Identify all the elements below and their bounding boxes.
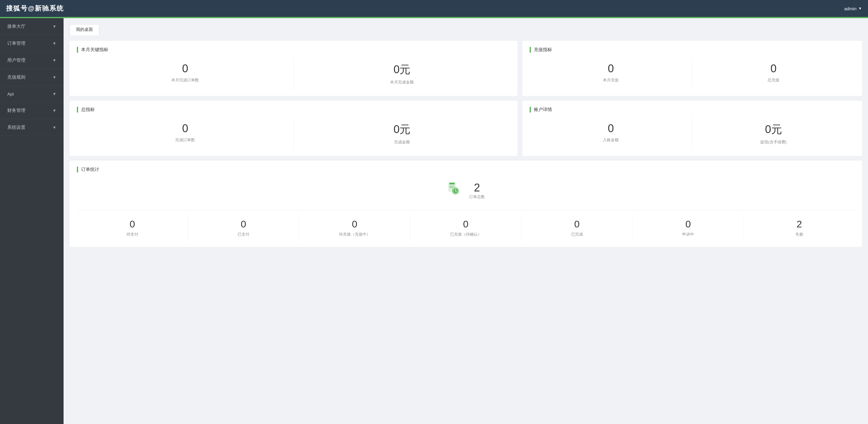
income-amount-label: 入账金额 <box>530 137 692 143</box>
sidebar-label-user-mgmt: 用户管理 <box>7 58 25 63</box>
order-stats-title: 订单统计 <box>77 167 855 172</box>
sidebar-item-finance-mgmt[interactable]: 财务管理 ▼ <box>0 102 64 119</box>
total-orders-value: 0 <box>77 122 293 135</box>
pending-pay-label: 待支付 <box>77 232 188 237</box>
accent-bar <box>0 17 868 18</box>
svg-rect-1 <box>450 183 455 185</box>
order-break-completed: 0 已完成 <box>522 215 632 241</box>
metric-income-amount: 0 入账金额 <box>530 117 692 150</box>
paid-value: 0 <box>188 219 299 230</box>
failed-value: 2 <box>744 219 855 230</box>
monthly-recharge-value: 0 <box>530 62 692 75</box>
metrics-row-2: 总指标 0 完成订单数 0元 完成金额 账户详情 0 <box>70 101 862 156</box>
order-total-label: 订单总数 <box>469 194 485 200</box>
chevron-down-icon-recharge-rules: ▼ <box>52 75 56 79</box>
chevron-down-icon-finance-mgmt: ▼ <box>52 108 56 113</box>
order-total-info: 2 订单总数 <box>469 182 485 200</box>
layout: 接单大厅 ▼ 订单管理 ▼ 用户管理 ▼ 充值规则 ▼ Api ▼ 财务管理 ▼… <box>0 18 868 424</box>
recharge-metrics-title: 充值指标 <box>530 47 855 53</box>
total-recharge-value: 0 <box>692 62 855 75</box>
sidebar-label-recharge-rules: 充值规则 <box>7 74 25 80</box>
failed-label: 失败 <box>744 232 855 237</box>
sidebar-label-api: Api <box>7 91 14 96</box>
order-total-row: 2 订单总数 <box>77 178 855 203</box>
total-metrics-card: 总指标 0 完成订单数 0元 完成金额 <box>70 101 518 156</box>
sidebar-item-user-mgmt[interactable]: 用户管理 ▼ <box>0 52 64 69</box>
sidebar-item-system-settings[interactable]: 系统设置 ▼ <box>0 119 64 136</box>
pending-pay-value: 0 <box>77 219 188 230</box>
sidebar-item-recharge-rules[interactable]: 充值规则 ▼ <box>0 69 64 86</box>
metric-monthly-orders: 0 本月完成订单数 <box>77 58 294 90</box>
metrics-row-1: 本月关键指标 0 本月完成订单数 0元 本月完成金额 充值指标 <box>70 41 862 96</box>
account-metrics-items: 0 入账金额 0元 提现(含手续费) <box>530 117 855 150</box>
metric-total-amount: 0元 完成金额 <box>294 117 510 150</box>
in-complaint-label: 申诉中 <box>632 232 743 237</box>
total-orders-label: 完成订单数 <box>77 137 293 143</box>
chevron-down-icon-system-settings: ▼ <box>52 125 56 130</box>
recharged-value: 0 <box>410 219 521 230</box>
total-amount-label: 完成金额 <box>294 139 510 145</box>
sidebar-item-api[interactable]: Api ▼ <box>0 86 64 102</box>
account-metrics-title: 账户详情 <box>530 107 855 112</box>
metric-total-orders: 0 完成订单数 <box>77 117 294 150</box>
monthly-amount-value: 0元 <box>294 62 510 77</box>
total-metrics-title: 总指标 <box>77 107 510 112</box>
recharge-metrics-card: 充值指标 0 本月充值 0 总充值 <box>522 41 862 96</box>
sidebar-label-order-mgmt: 订单管理 <box>7 40 25 46</box>
chevron-down-icon-user-mgmt: ▼ <box>52 58 56 63</box>
monthly-recharge-label: 本月充值 <box>530 77 692 83</box>
order-break-paid: 0 已支付 <box>188 215 299 241</box>
tab-my-desktop[interactable]: 我的桌面 <box>70 24 99 35</box>
paid-label: 已支付 <box>188 232 299 237</box>
completed-value: 0 <box>522 219 632 230</box>
order-icon-wrapper <box>447 182 464 199</box>
user-dropdown-arrow: ▼ <box>858 6 862 10</box>
order-break-in-complaint: 0 申诉中 <box>632 215 744 241</box>
sidebar-label-reception: 接单大厅 <box>7 24 25 29</box>
order-stats-card: 订单统计 <box>70 161 862 247</box>
recharging-label: 待充值（充值中） <box>299 232 410 237</box>
tab-bar: 我的桌面 <box>70 24 862 35</box>
monthly-amount-label: 本月完成金额 <box>294 79 510 85</box>
recharged-label: 已充值（待确认） <box>410 232 521 237</box>
metric-total-recharge: 0 总充值 <box>692 58 855 88</box>
metric-withdrawal-amount: 0元 提现(含手续费) <box>692 117 855 150</box>
order-break-recharging: 0 待充值（充值中） <box>299 215 410 241</box>
sidebar-item-reception[interactable]: 接单大厅 ▼ <box>0 18 64 35</box>
order-breakdown: 0 待支付 0 已支付 0 待充值（充值中） 0 已充值（待确认） 0 已完 <box>77 210 855 241</box>
svg-point-8 <box>455 191 456 191</box>
sidebar-item-order-mgmt[interactable]: 订单管理 ▼ <box>0 35 64 52</box>
sidebar-label-system-settings: 系统设置 <box>7 125 25 130</box>
withdrawal-amount-value: 0元 <box>692 122 855 137</box>
chevron-down-icon-order-mgmt: ▼ <box>52 41 56 46</box>
order-total-value: 2 <box>469 182 485 194</box>
order-break-pending-pay: 0 待支付 <box>77 215 188 241</box>
sidebar: 接单大厅 ▼ 订单管理 ▼ 用户管理 ▼ 充值规则 ▼ Api ▼ 财务管理 ▼… <box>0 18 64 424</box>
main-content: 我的桌面 本月关键指标 0 本月完成订单数 0元 本月完成金额 <box>64 18 868 424</box>
app-title: 搜狐号@新驰系统 <box>6 4 64 13</box>
recharge-metrics-items: 0 本月充值 0 总充值 <box>530 58 855 88</box>
monthly-orders-value: 0 <box>77 62 293 75</box>
order-break-failed: 2 失败 <box>744 215 855 241</box>
monthly-metrics-items: 0 本月完成订单数 0元 本月完成金额 <box>77 58 510 90</box>
monthly-orders-label: 本月完成订单数 <box>77 77 293 83</box>
monthly-metrics-title: 本月关键指标 <box>77 47 510 53</box>
user-menu[interactable]: admin ▼ <box>844 6 862 11</box>
metric-monthly-recharge: 0 本月充值 <box>530 58 692 88</box>
total-recharge-label: 总充值 <box>692 77 855 83</box>
order-break-recharged: 0 已充值（待确认） <box>410 215 522 241</box>
metric-monthly-amount: 0元 本月完成金额 <box>294 58 510 90</box>
total-metrics-items: 0 完成订单数 0元 完成金额 <box>77 117 510 150</box>
withdrawal-amount-label: 提现(含手续费) <box>692 139 855 145</box>
chevron-down-icon-reception: ▼ <box>52 24 56 29</box>
header: 搜狐号@新驰系统 admin ▼ <box>0 0 868 17</box>
income-amount-value: 0 <box>530 122 692 135</box>
chevron-down-icon-api: ▼ <box>52 92 56 96</box>
in-complaint-value: 0 <box>632 219 743 230</box>
sidebar-label-finance-mgmt: 财务管理 <box>7 108 25 113</box>
account-metrics-card: 账户详情 0 入账金额 0元 提现(含手续费) <box>522 101 862 156</box>
total-amount-value: 0元 <box>294 122 510 137</box>
username: admin <box>844 6 857 11</box>
completed-label: 已完成 <box>522 232 632 237</box>
recharging-value: 0 <box>299 219 410 230</box>
